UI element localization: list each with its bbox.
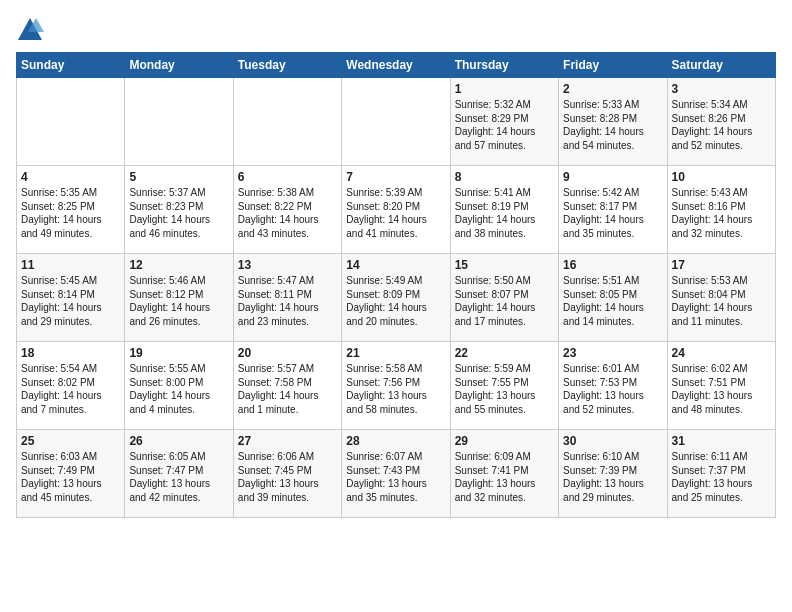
calendar-week-5: 25Sunrise: 6:03 AM Sunset: 7:49 PM Dayli…: [17, 430, 776, 518]
day-number: 17: [672, 258, 771, 272]
day-number: 25: [21, 434, 120, 448]
day-content: Sunrise: 5:51 AM Sunset: 8:05 PM Dayligh…: [563, 274, 662, 328]
calendar-cell: 5Sunrise: 5:37 AM Sunset: 8:23 PM Daylig…: [125, 166, 233, 254]
calendar-table: SundayMondayTuesdayWednesdayThursdayFrid…: [16, 52, 776, 518]
day-number: 4: [21, 170, 120, 184]
calendar-cell: 20Sunrise: 5:57 AM Sunset: 7:58 PM Dayli…: [233, 342, 341, 430]
calendar-cell: 22Sunrise: 5:59 AM Sunset: 7:55 PM Dayli…: [450, 342, 558, 430]
calendar-cell: 23Sunrise: 6:01 AM Sunset: 7:53 PM Dayli…: [559, 342, 667, 430]
day-number: 11: [21, 258, 120, 272]
day-number: 22: [455, 346, 554, 360]
day-number: 3: [672, 82, 771, 96]
day-content: Sunrise: 6:01 AM Sunset: 7:53 PM Dayligh…: [563, 362, 662, 416]
weekday-header-wednesday: Wednesday: [342, 53, 450, 78]
calendar-cell: 27Sunrise: 6:06 AM Sunset: 7:45 PM Dayli…: [233, 430, 341, 518]
day-content: Sunrise: 5:41 AM Sunset: 8:19 PM Dayligh…: [455, 186, 554, 240]
day-number: 28: [346, 434, 445, 448]
calendar-cell: [233, 78, 341, 166]
day-content: Sunrise: 5:55 AM Sunset: 8:00 PM Dayligh…: [129, 362, 228, 416]
day-content: Sunrise: 5:45 AM Sunset: 8:14 PM Dayligh…: [21, 274, 120, 328]
day-content: Sunrise: 6:07 AM Sunset: 7:43 PM Dayligh…: [346, 450, 445, 504]
page-header: [16, 16, 776, 44]
calendar-cell: 26Sunrise: 6:05 AM Sunset: 7:47 PM Dayli…: [125, 430, 233, 518]
calendar-cell: 15Sunrise: 5:50 AM Sunset: 8:07 PM Dayli…: [450, 254, 558, 342]
calendar-cell: 4Sunrise: 5:35 AM Sunset: 8:25 PM Daylig…: [17, 166, 125, 254]
day-number: 16: [563, 258, 662, 272]
day-number: 27: [238, 434, 337, 448]
day-content: Sunrise: 5:35 AM Sunset: 8:25 PM Dayligh…: [21, 186, 120, 240]
day-number: 14: [346, 258, 445, 272]
calendar-week-3: 11Sunrise: 5:45 AM Sunset: 8:14 PM Dayli…: [17, 254, 776, 342]
calendar-cell: 19Sunrise: 5:55 AM Sunset: 8:00 PM Dayli…: [125, 342, 233, 430]
day-number: 1: [455, 82, 554, 96]
logo: [16, 16, 48, 44]
calendar-cell: 21Sunrise: 5:58 AM Sunset: 7:56 PM Dayli…: [342, 342, 450, 430]
day-number: 2: [563, 82, 662, 96]
calendar-cell: 29Sunrise: 6:09 AM Sunset: 7:41 PM Dayli…: [450, 430, 558, 518]
weekday-header-tuesday: Tuesday: [233, 53, 341, 78]
calendar-cell: [17, 78, 125, 166]
calendar-cell: [125, 78, 233, 166]
day-content: Sunrise: 5:33 AM Sunset: 8:28 PM Dayligh…: [563, 98, 662, 152]
day-content: Sunrise: 5:54 AM Sunset: 8:02 PM Dayligh…: [21, 362, 120, 416]
calendar-cell: 12Sunrise: 5:46 AM Sunset: 8:12 PM Dayli…: [125, 254, 233, 342]
day-content: Sunrise: 5:43 AM Sunset: 8:16 PM Dayligh…: [672, 186, 771, 240]
day-content: Sunrise: 5:46 AM Sunset: 8:12 PM Dayligh…: [129, 274, 228, 328]
calendar-week-2: 4Sunrise: 5:35 AM Sunset: 8:25 PM Daylig…: [17, 166, 776, 254]
weekday-header-monday: Monday: [125, 53, 233, 78]
calendar-cell: 28Sunrise: 6:07 AM Sunset: 7:43 PM Dayli…: [342, 430, 450, 518]
day-number: 6: [238, 170, 337, 184]
day-content: Sunrise: 5:59 AM Sunset: 7:55 PM Dayligh…: [455, 362, 554, 416]
day-content: Sunrise: 5:47 AM Sunset: 8:11 PM Dayligh…: [238, 274, 337, 328]
calendar-cell: 2Sunrise: 5:33 AM Sunset: 8:28 PM Daylig…: [559, 78, 667, 166]
calendar-cell: [342, 78, 450, 166]
calendar-cell: 24Sunrise: 6:02 AM Sunset: 7:51 PM Dayli…: [667, 342, 775, 430]
weekday-header-saturday: Saturday: [667, 53, 775, 78]
day-number: 13: [238, 258, 337, 272]
calendar-cell: 30Sunrise: 6:10 AM Sunset: 7:39 PM Dayli…: [559, 430, 667, 518]
day-number: 30: [563, 434, 662, 448]
calendar-cell: 11Sunrise: 5:45 AM Sunset: 8:14 PM Dayli…: [17, 254, 125, 342]
day-content: Sunrise: 5:57 AM Sunset: 7:58 PM Dayligh…: [238, 362, 337, 416]
calendar-header-row: SundayMondayTuesdayWednesdayThursdayFrid…: [17, 53, 776, 78]
day-number: 7: [346, 170, 445, 184]
day-number: 19: [129, 346, 228, 360]
day-content: Sunrise: 6:03 AM Sunset: 7:49 PM Dayligh…: [21, 450, 120, 504]
weekday-header-sunday: Sunday: [17, 53, 125, 78]
day-content: Sunrise: 6:11 AM Sunset: 7:37 PM Dayligh…: [672, 450, 771, 504]
day-content: Sunrise: 5:39 AM Sunset: 8:20 PM Dayligh…: [346, 186, 445, 240]
day-content: Sunrise: 5:38 AM Sunset: 8:22 PM Dayligh…: [238, 186, 337, 240]
day-number: 26: [129, 434, 228, 448]
calendar-cell: 16Sunrise: 5:51 AM Sunset: 8:05 PM Dayli…: [559, 254, 667, 342]
calendar-cell: 10Sunrise: 5:43 AM Sunset: 8:16 PM Dayli…: [667, 166, 775, 254]
weekday-header-friday: Friday: [559, 53, 667, 78]
day-number: 23: [563, 346, 662, 360]
calendar-week-1: 1Sunrise: 5:32 AM Sunset: 8:29 PM Daylig…: [17, 78, 776, 166]
calendar-cell: 9Sunrise: 5:42 AM Sunset: 8:17 PM Daylig…: [559, 166, 667, 254]
calendar-cell: 18Sunrise: 5:54 AM Sunset: 8:02 PM Dayli…: [17, 342, 125, 430]
calendar-cell: 25Sunrise: 6:03 AM Sunset: 7:49 PM Dayli…: [17, 430, 125, 518]
day-number: 20: [238, 346, 337, 360]
calendar-cell: 31Sunrise: 6:11 AM Sunset: 7:37 PM Dayli…: [667, 430, 775, 518]
day-content: Sunrise: 6:02 AM Sunset: 7:51 PM Dayligh…: [672, 362, 771, 416]
day-number: 24: [672, 346, 771, 360]
calendar-week-4: 18Sunrise: 5:54 AM Sunset: 8:02 PM Dayli…: [17, 342, 776, 430]
calendar-cell: 8Sunrise: 5:41 AM Sunset: 8:19 PM Daylig…: [450, 166, 558, 254]
day-content: Sunrise: 5:42 AM Sunset: 8:17 PM Dayligh…: [563, 186, 662, 240]
day-content: Sunrise: 5:58 AM Sunset: 7:56 PM Dayligh…: [346, 362, 445, 416]
day-number: 9: [563, 170, 662, 184]
day-number: 18: [21, 346, 120, 360]
day-content: Sunrise: 5:37 AM Sunset: 8:23 PM Dayligh…: [129, 186, 228, 240]
day-number: 15: [455, 258, 554, 272]
calendar-cell: 6Sunrise: 5:38 AM Sunset: 8:22 PM Daylig…: [233, 166, 341, 254]
calendar-cell: 13Sunrise: 5:47 AM Sunset: 8:11 PM Dayli…: [233, 254, 341, 342]
calendar-cell: 17Sunrise: 5:53 AM Sunset: 8:04 PM Dayli…: [667, 254, 775, 342]
day-number: 5: [129, 170, 228, 184]
calendar-cell: 1Sunrise: 5:32 AM Sunset: 8:29 PM Daylig…: [450, 78, 558, 166]
day-content: Sunrise: 6:06 AM Sunset: 7:45 PM Dayligh…: [238, 450, 337, 504]
day-content: Sunrise: 5:50 AM Sunset: 8:07 PM Dayligh…: [455, 274, 554, 328]
day-content: Sunrise: 5:32 AM Sunset: 8:29 PM Dayligh…: [455, 98, 554, 152]
day-content: Sunrise: 5:53 AM Sunset: 8:04 PM Dayligh…: [672, 274, 771, 328]
day-number: 8: [455, 170, 554, 184]
calendar-cell: 7Sunrise: 5:39 AM Sunset: 8:20 PM Daylig…: [342, 166, 450, 254]
